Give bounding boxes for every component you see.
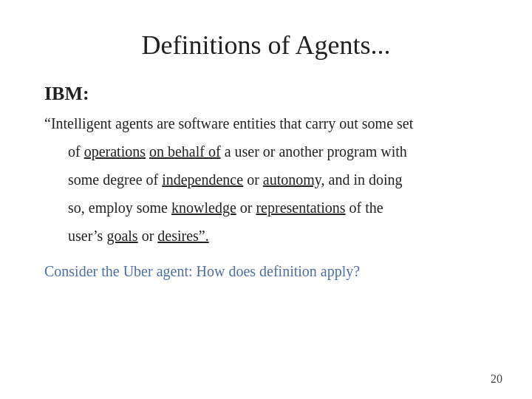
slide-container: Definitions of Agents... IBM: “Intellige… <box>0 0 532 399</box>
def-autonomy: autonomy, <box>263 171 325 188</box>
definition-line2: of operations on behalf of a user or ano… <box>44 140 488 163</box>
def-line5-mid: or <box>138 228 158 244</box>
def-line3-post: and in doing <box>325 171 403 188</box>
definition-line4: so, employ some knowledge or representat… <box>44 197 488 219</box>
page-number: 20 <box>491 372 502 386</box>
definition-text-line1: “Intelligent agents are software entitie… <box>44 115 413 132</box>
def-line2-pre: of <box>68 143 84 160</box>
def-line4-post: of the <box>346 200 383 216</box>
def-goals: goals <box>106 228 137 244</box>
def-representations: representations <box>256 200 345 216</box>
def-on-behalf-of: on behalf of <box>149 143 221 160</box>
ibm-label: IBM: <box>44 83 488 105</box>
def-line3-mid: or <box>243 171 263 188</box>
def-line4-mid: or <box>236 200 256 216</box>
def-line5-pre: user’s <box>68 228 106 244</box>
def-independence: independence <box>162 171 243 188</box>
slide-title: Definitions of Agents... <box>44 30 488 61</box>
definition-line3: some degree of independence or autonomy,… <box>44 168 488 191</box>
def-operations: operations <box>84 143 146 160</box>
def-line4-pre: so, employ some <box>68 200 171 216</box>
def-line2-post: a user or another program with <box>221 143 407 160</box>
def-knowledge: knowledge <box>171 200 236 216</box>
definition-line1: “Intelligent agents are software entitie… <box>44 112 488 134</box>
def-desires: desires”. <box>157 228 208 244</box>
def-line3-pre: some degree of <box>68 171 162 188</box>
consider-text: Consider the Uber agent: How does defini… <box>44 260 488 282</box>
definition-line5: user’s goals or desires”. <box>44 225 488 247</box>
